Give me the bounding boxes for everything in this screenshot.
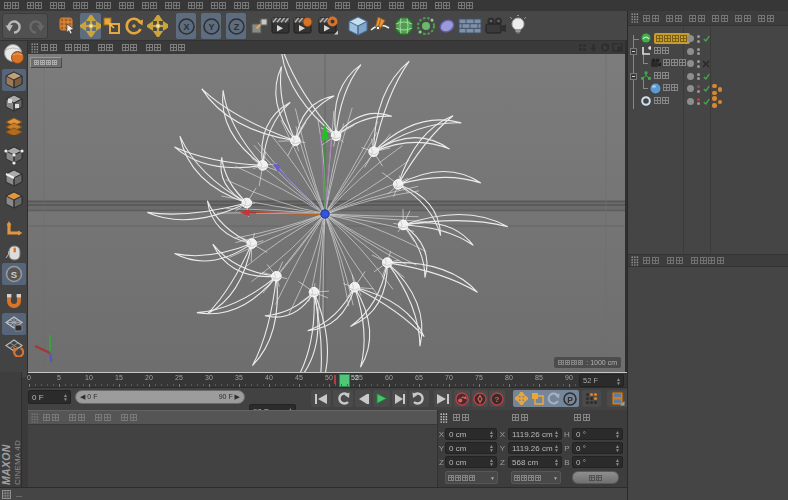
svg-text:CINEMA 4D: CINEMA 4D	[13, 440, 22, 485]
svg-text:?: ?	[495, 395, 500, 404]
svg-text:MAXON: MAXON	[0, 444, 12, 485]
svg-text:Y: Y	[208, 21, 214, 31]
svg-text:P: P	[568, 394, 574, 404]
svg-text:S: S	[11, 269, 17, 280]
svg-text:Z: Z	[233, 21, 239, 31]
svg-text:X: X	[183, 21, 189, 31]
